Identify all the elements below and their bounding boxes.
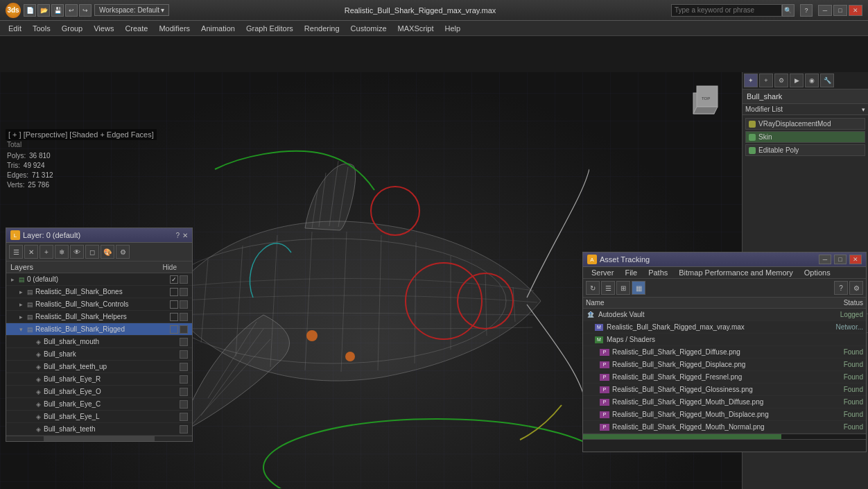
modifier-item-poly[interactable]: Editable Poly [745,144,865,156]
modifier-item-skin[interactable]: Skin [745,131,865,143]
layer-vis-eye-l[interactable] [180,413,188,421]
layer-vis-bull-shark[interactable] [180,350,188,359]
asset-row-glossiness[interactable]: P Realistic_Bull_Shark_Rigged_Glossiness… [583,384,866,396]
layers-tool-freeze[interactable]: ❄ [55,245,69,259]
asset-row-mouth-normal[interactable]: P Realistic_Bull_Shark_Rigged_Mouth_Norm… [583,421,866,434]
layer-item-bones[interactable]: ▸ ▤ Realistic_Bull_Shark_Bones [6,286,192,298]
layer-item-helpers[interactable]: ▸ ▤ Realistic_Bull_Shark_Helpers [6,311,192,323]
layer-check-controls[interactable] [170,300,178,309]
layer-item-eye-c[interactable]: ◈ Bull_shark_Eye_C [6,398,192,411]
layer-vis-eye-c[interactable] [180,400,188,409]
menu-graph-editors[interactable]: Graph Editors [241,23,299,34]
asset-row-maps[interactable]: M Maps / Shaders [583,334,866,346]
layer-vis-mouth[interactable] [180,338,188,346]
rpanel-tab-create[interactable]: + [759,74,773,87]
asset-menu-paths[interactable]: Paths [643,267,673,278]
layers-tool-1[interactable]: ☰ [9,245,23,259]
asset-close-btn[interactable]: ✕ [849,255,862,264]
minimize-button[interactable]: ─ [818,5,832,16]
asset-row-diffuse[interactable]: P Realistic_Bull_Shark_Rigged_Diffuse.pn… [583,346,866,359]
asset-menu-file[interactable]: File [619,267,643,278]
menu-create[interactable]: Create [119,23,153,34]
layers-tool-color[interactable]: 🎨 [101,245,114,259]
asset-minimize-btn[interactable]: ─ [819,255,831,264]
layer-item-teeth[interactable]: ◈ Bull_shark_teeth [6,423,192,436]
menu-animation[interactable]: Animation [196,23,241,34]
asset-tool-refresh[interactable]: ↻ [586,281,600,295]
asset-row-mouth-displace[interactable]: P Realistic_Bull_Shark_Rigged_Mouth_Disp… [583,409,866,421]
layer-vis-rigged[interactable] [180,325,188,334]
layer-item-eye-l[interactable]: ◈ Bull_shark_Eye_L [6,411,192,423]
layer-expand-controls[interactable]: ▸ [17,301,24,308]
asset-menu-server[interactable]: Server [586,267,619,278]
layer-item-eye-o[interactable]: ◈ Bull_shark_Eye_O [6,386,192,398]
menu-modifiers[interactable]: Modifiers [153,23,196,34]
menu-edit[interactable]: Edit [3,23,27,34]
layer-expand-default[interactable]: ▸ [9,276,16,283]
menu-help[interactable]: Help [440,23,467,34]
layer-item-default[interactable]: ▸ ▤ 0 (default) ✓ [6,273,192,286]
menu-tools[interactable]: Tools [27,23,56,34]
search-icon[interactable]: 🔍 [782,4,795,17]
rpanel-tab-motion[interactable]: ▶ [790,74,804,87]
layer-item-teeth-up[interactable]: ◈ Bull_shark_teeth_up [6,361,192,373]
layers-help-btn[interactable]: ? [175,232,180,239]
layers-tool-delete[interactable]: ✕ [24,245,38,259]
menu-group[interactable]: Group [56,23,89,34]
close-button[interactable]: ✕ [849,5,862,16]
asset-tool-list[interactable]: ☰ [601,281,615,295]
asset-menu-bitmap[interactable]: Bitmap Performance and Memory [673,267,798,278]
layer-expand-rigged[interactable]: ▾ [17,326,24,333]
menu-customize[interactable]: Customize [345,23,392,34]
layers-close-btn[interactable]: ✕ [182,232,188,239]
menu-rendering[interactable]: Rendering [299,23,345,34]
layers-scrollbar-thumb[interactable] [44,436,155,441]
layer-check-helpers[interactable] [170,313,178,321]
layer-vis-teeth[interactable] [180,425,188,434]
layer-vis-helpers[interactable] [180,313,188,321]
asset-menu-options[interactable]: Options [799,267,836,278]
layer-item-controls[interactable]: ▸ ▤ Realistic_Bull_Shark_Controls [6,298,192,311]
asset-tool-help[interactable]: ? [834,281,848,295]
layer-expand-bones[interactable]: ▸ [17,289,24,295]
workspace-button[interactable]: Workspace: Default ▾ [94,4,169,16]
modifier-list-arrow-icon[interactable]: ▾ [862,106,865,113]
menu-views[interactable]: Views [88,23,119,34]
save-file-btn[interactable]: 💾 [51,4,64,17]
asset-row-mouth-diffuse[interactable]: P Realistic_Bull_Shark_Rigged_Mouth_Diff… [583,396,866,409]
layer-check-bones[interactable] [170,288,178,296]
rpanel-tab-display[interactable]: ◉ [805,74,819,87]
menu-maxscript[interactable]: MAXScript [392,23,440,34]
asset-row-vault[interactable]: 🏦 Autodesk Vault Logged [583,309,866,321]
modifier-item-vray[interactable]: VRayDisplacementMod [745,118,865,130]
layer-item-eye-r[interactable]: ◈ Bull_shark_Eye_R [6,373,192,386]
layer-check-default[interactable]: ✓ [170,275,178,284]
layer-item-rigged[interactable]: ▾ ▤ Realistic_Bull_Shark_Rigged [6,323,192,336]
nav-cube[interactable]: TOP [686,79,728,121]
layer-vis-bones[interactable] [180,288,188,296]
layer-vis-eye-r[interactable] [180,375,188,384]
undo-btn[interactable]: ↩ [65,4,78,17]
layer-check-rigged[interactable] [170,325,178,334]
rpanel-tab-hierarchy[interactable]: ⚙ [774,74,788,87]
redo-btn[interactable]: ↪ [79,4,92,17]
asset-row-fresnel[interactable]: P Realistic_Bull_Shark_Rigged_Fresnel.pn… [583,371,866,384]
asset-maximize-btn[interactable]: □ [834,255,847,264]
open-file-btn[interactable]: 📂 [37,4,50,17]
layers-tool-add[interactable]: + [40,245,53,259]
asset-row-displace[interactable]: P Realistic_Bull_Shark_Rigged_Displace.p… [583,359,866,371]
asset-tool-grid[interactable]: ⊞ [616,281,630,295]
layer-vis-default[interactable] [180,275,188,284]
layer-item-mouth[interactable]: ◈ Bull_shark_mouth [6,336,192,348]
asset-row-maxfile[interactable]: M Realistic_Bull_Shark_Rigged_max_vray.m… [583,321,866,334]
layers-scrollbar[interactable] [6,436,192,441]
asset-tool-settings[interactable]: ⚙ [849,281,863,295]
layer-item-bull-shark[interactable]: ◈ Bull_shark [6,348,192,361]
rpanel-tab-modify[interactable]: ✦ [744,74,758,87]
new-file-btn[interactable]: 📄 [24,4,36,17]
asset-tool-table[interactable]: ▦ [632,281,645,295]
layers-tool-render[interactable]: ◻ [85,245,99,259]
maximize-button[interactable]: □ [833,5,847,16]
layers-tool-hide[interactable]: 👁 [70,245,84,259]
rpanel-tab-utility[interactable]: 🔧 [820,74,834,87]
